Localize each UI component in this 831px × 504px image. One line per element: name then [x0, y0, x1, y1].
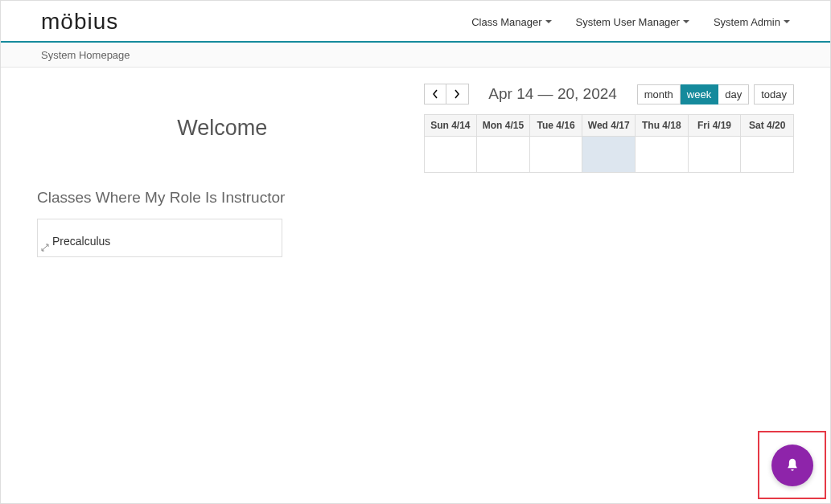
view-week-button[interactable]: week	[681, 84, 718, 104]
nav-class-manager[interactable]: Class Manager	[471, 16, 551, 28]
calendar-table: Sun 4/14 Mon 4/15 Tue 4/16 Wed 4/17 Thu …	[424, 114, 795, 173]
caret-down-icon	[683, 20, 689, 23]
chevron-left-icon	[432, 89, 438, 99]
calendar-cell[interactable]	[424, 137, 477, 173]
view-day-button[interactable]: day	[718, 84, 749, 104]
nav-label: System User Manager	[576, 16, 680, 28]
calendar-day-header: Fri 4/19	[688, 115, 741, 137]
header: möbius Class Manager System User Manager…	[1, 1, 830, 43]
breadcrumb-bar: System Homepage	[1, 43, 830, 68]
view-month-button[interactable]: month	[637, 84, 681, 104]
nav-system-admin[interactable]: System Admin	[714, 16, 790, 28]
calendar-cell[interactable]	[529, 137, 582, 173]
calendar-date-range: Apr 14 — 20, 2024	[469, 85, 637, 103]
calendar-cell[interactable]	[477, 137, 530, 173]
expand-icon[interactable]	[41, 244, 49, 253]
calendar-day-header: Tue 4/16	[529, 115, 582, 137]
calendar-day-header: Sun 4/14	[424, 115, 477, 137]
calendar-day-header: Mon 4/15	[477, 115, 530, 137]
view-today-button[interactable]: today	[754, 84, 794, 104]
page-title: Welcome	[37, 116, 408, 141]
nav-label: System Admin	[714, 16, 780, 28]
caret-down-icon	[545, 20, 552, 23]
caret-down-icon	[784, 20, 790, 23]
class-name: Precalculus	[52, 235, 110, 248]
calendar-next-button[interactable]	[446, 84, 469, 104]
class-card[interactable]: Precalculus	[37, 219, 282, 257]
calendar-cell[interactable]	[636, 137, 689, 173]
calendar-day-header: Sat 4/20	[741, 115, 794, 137]
bell-icon	[784, 457, 800, 473]
calendar-cell-today[interactable]	[582, 137, 636, 173]
calendar-prev-button[interactable]	[424, 84, 446, 104]
calendar-day-header: Thu 4/18	[636, 115, 689, 137]
breadcrumb[interactable]: System Homepage	[41, 49, 130, 61]
instructor-section-title: Classes Where My Role Is Instructor	[37, 189, 408, 207]
calendar-cell[interactable]	[688, 137, 741, 173]
nav-label: Class Manager	[471, 16, 541, 28]
nav-system-user-manager[interactable]: System User Manager	[576, 16, 689, 28]
notification-button[interactable]	[771, 445, 813, 486]
calendar-controls: Apr 14 — 20, 2024 month week day today	[424, 84, 795, 104]
calendar-day-header: Wed 4/17	[582, 115, 636, 137]
notification-highlight	[758, 431, 826, 499]
calendar-cell[interactable]	[741, 137, 794, 173]
logo: möbius	[41, 9, 118, 35]
top-nav: Class Manager System User Manager System…	[471, 16, 790, 28]
chevron-right-icon	[454, 89, 460, 99]
